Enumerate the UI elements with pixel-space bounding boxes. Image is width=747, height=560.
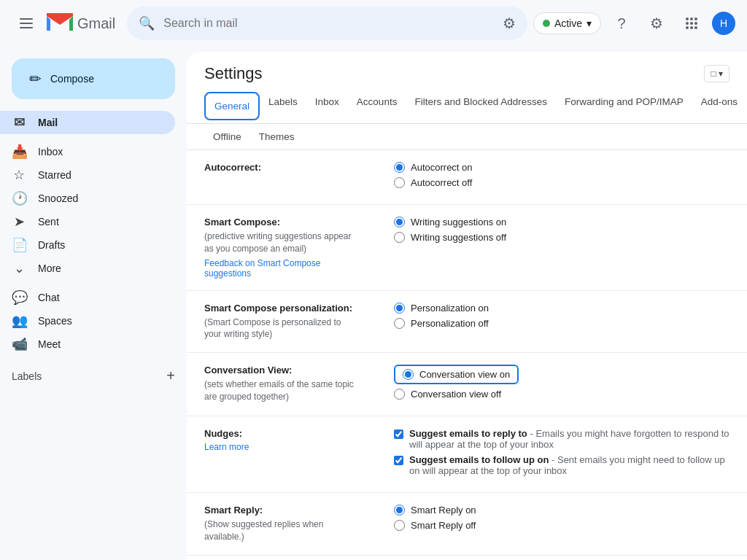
drafts-icon: 📄	[12, 237, 26, 253]
sidebar-item-sent[interactable]: ➤ Sent	[0, 210, 175, 233]
table-row: Smart Reply: (Show suggested replies whe…	[187, 493, 747, 556]
topbar-left: Gmail	[12, 9, 121, 38]
tab-filters[interactable]: Filters and Blocked Addresses	[406, 89, 556, 123]
settings-header: Settings □ ▾	[187, 52, 747, 83]
svg-point-10	[690, 26, 693, 29]
autocorrect-off-radio[interactable]	[394, 177, 405, 188]
tab-accounts[interactable]: Accounts	[348, 89, 406, 123]
sidebar-item-starred-label: Starred	[38, 169, 71, 181]
tab-inbox[interactable]: Inbox	[306, 89, 348, 123]
sidebar-item-chat[interactable]: 💬 Chat	[0, 286, 175, 309]
smart-reply-desc: (Show suggested replies when available.)	[204, 518, 359, 543]
avatar[interactable]: H	[712, 12, 735, 35]
smart-compose-personalization-value: Personalization on Personalization off	[376, 290, 747, 353]
personalization-off-option[interactable]: Personalization off	[394, 318, 729, 329]
smart-reply-off-label: Smart Reply off	[411, 520, 476, 531]
svg-point-3	[686, 18, 689, 20]
starred-icon: ☆	[12, 167, 26, 183]
menu-button[interactable]	[12, 9, 41, 38]
smart-reply-off-radio[interactable]	[394, 520, 405, 531]
inbox-icon: 📥	[12, 144, 26, 160]
subtab-offline[interactable]: Offline	[204, 127, 250, 147]
autocorrect-on-option[interactable]: Autocorrect on	[394, 162, 729, 173]
sidebar-meet-label: Meet	[38, 338, 61, 350]
smart-reply-label-text: Smart Reply:	[204, 505, 263, 516]
personalization-on-radio[interactable]	[394, 303, 405, 314]
conversation-view-on-radio[interactable]	[403, 369, 414, 380]
search-bar[interactable]: 🔍 ⚙	[127, 7, 527, 40]
search-icon: 🔍	[139, 15, 155, 31]
search-options-icon[interactable]: ⚙	[503, 15, 516, 32]
writing-suggestions-on-option[interactable]: Writing suggestions on	[394, 217, 729, 228]
settings-display-button[interactable]: □ ▾	[704, 65, 729, 82]
smart-compose-label-text: Smart Compose:	[204, 217, 280, 228]
suggest-followup-option[interactable]: Suggest emails to follow up on - Sent em…	[394, 454, 729, 476]
help-button[interactable]: ?	[607, 9, 636, 38]
tab-labels[interactable]: Labels	[260, 89, 306, 123]
autocorrect-off-option[interactable]: Autocorrect off	[394, 177, 729, 188]
smart-features-value: Turn on smart features and personalizati…	[376, 555, 747, 560]
sidebar-item-snoozed[interactable]: 🕐 Snoozed	[0, 187, 175, 210]
writing-suggestions-off-option[interactable]: Writing suggestions off	[394, 232, 729, 243]
settings-tabs: General Labels Inbox Accounts Filters an…	[187, 89, 747, 124]
tab-forwarding[interactable]: Forwarding and POP/IMAP	[556, 89, 692, 123]
sidebar-item-inbox[interactable]: 📥 Inbox	[0, 140, 175, 163]
smart-reply-off-option[interactable]: Smart Reply off	[394, 520, 729, 531]
conversation-view-off-option[interactable]: Conversation view off	[394, 389, 729, 400]
smart-reply-on-option[interactable]: Smart Reply on	[394, 505, 729, 516]
table-row: Smart Compose personalization: (Smart Co…	[187, 290, 747, 353]
svg-point-9	[686, 26, 689, 29]
svg-rect-1	[20, 23, 33, 24]
personalization-on-option[interactable]: Personalization on	[394, 303, 729, 314]
labels-add-icon[interactable]: +	[166, 368, 175, 384]
smart-compose-desc: (predictive writing suggestions appear a…	[204, 230, 359, 255]
sidebar-chat-label: Chat	[38, 292, 60, 303]
settings-title: Settings	[204, 64, 263, 83]
conversation-view-value: Conversation view on Conversation view o…	[376, 353, 747, 416]
writing-suggestions-on-label: Writing suggestions on	[411, 217, 506, 228]
smart-compose-feedback-link[interactable]: Feedback on Smart Compose suggestions	[204, 258, 359, 279]
sidebar-item-mail[interactable]: ✉ Mail	[0, 111, 175, 134]
svg-point-6	[686, 22, 689, 25]
autocorrect-off-label: Autocorrect off	[411, 177, 472, 188]
smart-reply-on-radio[interactable]	[394, 505, 405, 516]
writing-suggestions-on-radio[interactable]	[394, 217, 405, 228]
autocorrect-on-label: Autocorrect on	[411, 162, 473, 173]
settings-subtabs: Offline Themes	[187, 124, 747, 150]
smart-reply-on-label: Smart Reply on	[411, 505, 476, 516]
sidebar-item-starred[interactable]: ☆ Starred	[0, 163, 175, 187]
subtab-themes[interactable]: Themes	[250, 127, 303, 147]
conversation-view-label: Conversation View: (sets whether emails …	[187, 353, 376, 416]
svg-point-5	[694, 18, 697, 20]
suggest-reply-checkbox[interactable]	[394, 429, 403, 440]
personalization-off-radio[interactable]	[394, 318, 405, 329]
tab-addons[interactable]: Add-ons	[692, 89, 746, 123]
nudges-learn-more-link[interactable]: Learn more	[204, 442, 359, 452]
svg-point-8	[694, 22, 697, 25]
conversation-view-on-option[interactable]: Conversation view on	[394, 365, 519, 384]
sidebar-item-drafts[interactable]: 📄 Drafts	[0, 233, 175, 257]
snoozed-icon: 🕐	[12, 190, 26, 206]
writing-suggestions-off-radio[interactable]	[394, 232, 405, 243]
sidebar-item-spaces[interactable]: 👥 Spaces	[0, 309, 175, 332]
sidebar-item-drafts-label: Drafts	[38, 239, 65, 251]
settings-rows: Autocorrect: Autocorrect on Autocorrect …	[187, 150, 747, 560]
sidebar-item-mail-label: Mail	[38, 117, 58, 128]
apps-button[interactable]	[677, 9, 706, 38]
search-input[interactable]	[163, 17, 494, 30]
sidebar: ✏ Compose ✉ Mail 📥 Inbox ☆ Starred 🕐 Sno…	[0, 47, 187, 560]
sidebar-item-more[interactable]: ⌄ More	[0, 257, 175, 280]
svg-rect-2	[20, 27, 33, 28]
status-button[interactable]: Active ▾	[533, 12, 601, 34]
suggest-followup-checkbox[interactable]	[394, 455, 403, 466]
tab-general[interactable]: General	[204, 92, 260, 120]
autocorrect-on-radio[interactable]	[394, 162, 405, 173]
svg-rect-0	[20, 18, 33, 20]
conversation-view-off-radio[interactable]	[394, 389, 405, 400]
suggest-reply-option[interactable]: Suggest emails to reply to - Emails you …	[394, 428, 729, 450]
settings-table: Autocorrect: Autocorrect on Autocorrect …	[187, 150, 747, 560]
labels-section: Labels +	[0, 362, 187, 387]
sidebar-item-meet[interactable]: 📹 Meet	[0, 332, 175, 356]
settings-button[interactable]: ⚙	[642, 9, 671, 38]
compose-button[interactable]: ✏ Compose	[12, 58, 175, 99]
